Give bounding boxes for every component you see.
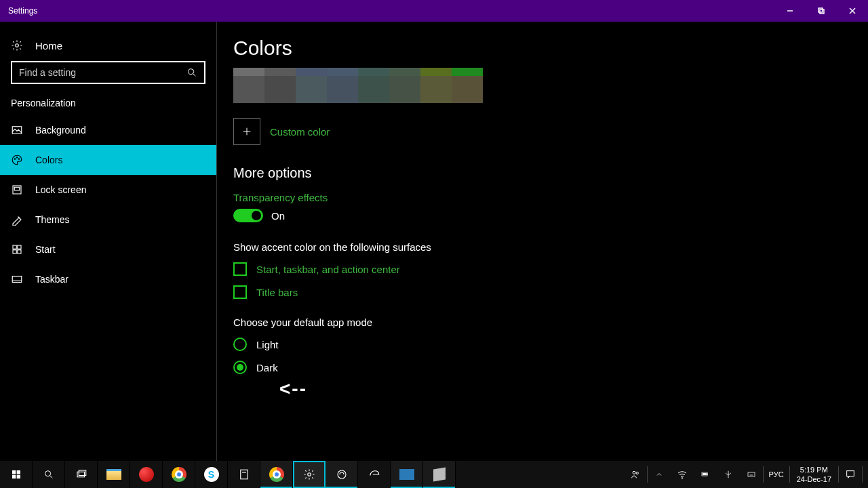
radio-icon (233, 338, 247, 351)
people-icon[interactable] (624, 461, 647, 488)
search-icon (186, 67, 197, 78)
start-button[interactable] (0, 461, 33, 488)
mode-heading: Choose your default app mode (233, 317, 868, 328)
search-button[interactable] (33, 461, 65, 488)
svg-rect-25 (16, 475, 20, 479)
transparency-toggle[interactable] (233, 209, 263, 222)
tray-overflow-icon[interactable] (648, 461, 671, 488)
svg-point-6 (189, 69, 194, 75)
color-swatch[interactable] (358, 76, 389, 103)
svg-rect-2 (820, 9, 824, 14)
radio-dark[interactable]: Dark (233, 361, 868, 374)
svg-rect-18 (12, 277, 22, 283)
nav-lockscreen[interactable]: Lock screen (0, 175, 216, 205)
svg-rect-1 (818, 8, 823, 12)
check-titlebars[interactable]: Title bars (233, 285, 868, 299)
svg-rect-42 (703, 473, 707, 475)
check-label: Title bars (256, 287, 298, 298)
opera-app[interactable] (130, 461, 163, 488)
svg-rect-41 (707, 474, 708, 475)
radio-light[interactable]: Light (233, 338, 868, 351)
nav-taskbar[interactable]: Taskbar (0, 264, 216, 294)
more-options-heading: More options (233, 165, 868, 181)
svg-point-11 (18, 159, 20, 160)
checkbox-icon (233, 285, 247, 299)
close-button[interactable] (837, 0, 868, 22)
svg-point-35 (308, 473, 311, 476)
svg-rect-24 (12, 475, 16, 479)
nav-themes[interactable]: Themes (0, 205, 216, 235)
svg-rect-49 (847, 471, 854, 476)
taskview-button[interactable] (65, 461, 98, 488)
section-label: Personalization (0, 98, 216, 115)
color-swatch[interactable] (389, 76, 420, 103)
tray-icon-1[interactable] (717, 461, 740, 488)
color-swatch[interactable] (420, 68, 452, 76)
color-swatch[interactable] (296, 68, 327, 76)
color-swatch[interactable] (264, 76, 296, 103)
custom-color-label: Custom color (270, 126, 330, 138)
sidebar: Home Personalization Background Colors L… (0, 22, 217, 461)
chrome-running[interactable] (260, 461, 293, 488)
edge-app[interactable] (358, 461, 391, 488)
palette-icon (11, 154, 23, 166)
radio-label: Dark (256, 362, 278, 373)
home-button[interactable]: Home (0, 30, 216, 61)
custom-color-button[interactable] (233, 118, 260, 145)
skype-app[interactable]: S (195, 461, 228, 488)
nav-start[interactable]: Start (0, 235, 216, 264)
svg-rect-29 (79, 470, 86, 476)
picture-icon (11, 124, 23, 136)
app-running-1[interactable] (326, 461, 358, 488)
svg-rect-43 (748, 472, 755, 476)
nav-colors[interactable]: Colors (0, 145, 216, 175)
clock[interactable]: 5:19 PM 24-Dec-17 (790, 465, 838, 485)
show-desktop-button[interactable] (863, 461, 868, 488)
radio-label: Light (256, 339, 279, 350)
nav-label: Themes (35, 214, 70, 225)
explorer-app[interactable] (98, 461, 130, 488)
keyboard-icon[interactable] (740, 461, 763, 488)
color-swatch[interactable] (327, 76, 358, 103)
color-swatch[interactable] (452, 76, 483, 103)
nav-label: Background (35, 125, 86, 136)
content: Colors Custom color More options Transpa… (217, 22, 868, 461)
color-swatch[interactable] (233, 68, 264, 76)
titlebar: Settings (0, 0, 868, 22)
nav-background[interactable]: Background (0, 115, 216, 145)
radio-icon (233, 361, 247, 374)
color-swatch[interactable] (420, 76, 452, 103)
accent-heading: Show accent color on the following surfa… (233, 241, 868, 253)
color-swatch[interactable] (296, 76, 327, 103)
color-swatch[interactable] (358, 68, 389, 76)
color-swatch[interactable] (233, 76, 264, 103)
svg-rect-22 (12, 470, 16, 474)
settings-running[interactable] (293, 461, 326, 488)
color-swatch[interactable] (389, 68, 420, 76)
svg-rect-28 (77, 472, 85, 477)
maximize-button[interactable] (806, 0, 837, 22)
search-input[interactable] (19, 67, 186, 78)
check-start-taskbar[interactable]: Start, taskbar, and action center (233, 262, 868, 276)
calculator-app[interactable] (228, 461, 260, 488)
battery-icon[interactable] (694, 461, 717, 488)
language-indicator[interactable]: РУС (764, 470, 789, 479)
home-label: Home (35, 40, 62, 52)
action-center-icon[interactable] (839, 461, 862, 488)
app-running-3[interactable] (423, 461, 456, 488)
transparency-label: Transparency effects (233, 192, 868, 203)
app-running-2[interactable] (391, 461, 423, 488)
color-swatches (233, 68, 868, 103)
nav-label: Lock screen (35, 184, 86, 195)
color-swatch[interactable] (327, 68, 358, 76)
chrome-app[interactable] (163, 461, 195, 488)
wifi-icon[interactable] (671, 461, 694, 488)
gear-icon (11, 39, 23, 52)
page-title: Colors (233, 37, 868, 60)
minimize-button[interactable] (774, 0, 806, 22)
search-input-wrap[interactable] (11, 61, 205, 84)
color-swatch[interactable] (264, 68, 296, 76)
transparency-state: On (271, 210, 285, 222)
color-swatch[interactable] (452, 68, 483, 76)
svg-rect-23 (16, 470, 20, 474)
